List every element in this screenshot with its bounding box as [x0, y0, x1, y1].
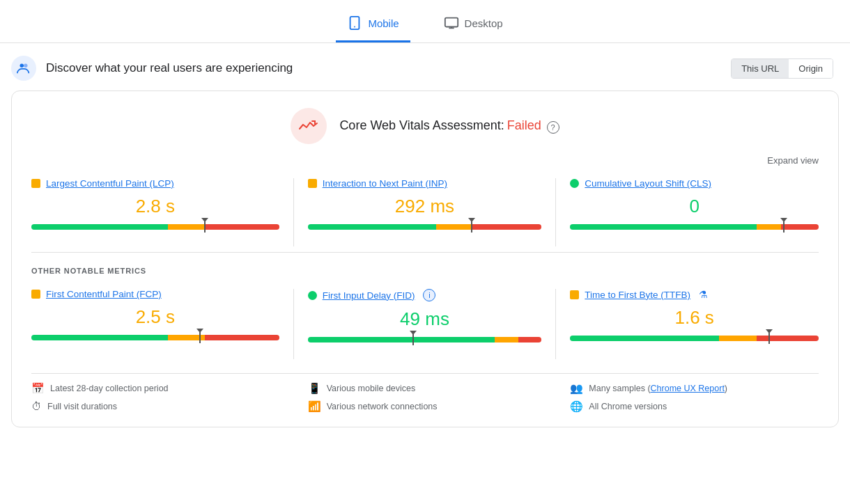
footer-item-samples: 👥 Many samples (Chrome UX Report): [570, 382, 805, 395]
metric-dot-fcp: [31, 290, 40, 299]
metric-col-ttfb: Time to First Byte (TTFB) ⚗ 1.6 s: [556, 289, 819, 359]
footer-item-devices: 📱 Various mobile devices: [308, 382, 543, 395]
tab-mobile-label: Mobile: [368, 17, 399, 29]
progress-bar-fcp: [31, 335, 279, 340]
crux-avatar: [11, 56, 36, 81]
metric-name-cls[interactable]: Cumulative Layout Shift (CLS): [585, 178, 711, 189]
svg-point-6: [24, 64, 28, 68]
footer-devices-text: Various mobile devices: [327, 384, 416, 393]
footer-samples-text: Many samples (Chrome UX Report): [589, 384, 727, 393]
footer-item-network: 📶 Various network connections: [308, 400, 543, 413]
footer-item-chrome: 🌐 All Chrome versions: [570, 400, 805, 413]
metric-name-lcp[interactable]: Largest Contentful Paint (LCP): [46, 178, 174, 189]
main-card: Core Web Vitals Assessment: Failed ? Exp…: [11, 90, 839, 427]
metric-value-inp: 292 ms: [308, 196, 542, 217]
expand-view-link[interactable]: Expand view: [767, 155, 819, 166]
samples-icon: 👥: [570, 382, 583, 395]
cwv-title-row: Core Web Vitals Assessment: Failed ?: [339, 118, 559, 133]
footer-col-3: 👥 Many samples (Chrome UX Report) 🌐 All …: [556, 382, 819, 413]
desktop-icon: [444, 15, 459, 31]
this-url-button[interactable]: This URL: [732, 59, 789, 78]
header-row: Discover what your real users are experi…: [0, 43, 850, 90]
metric-dot-lcp: [31, 179, 40, 188]
tab-mobile[interactable]: Mobile: [336, 8, 410, 42]
progress-bar-ttfb: [570, 336, 819, 341]
cwv-failed-icon: [298, 119, 319, 133]
footer-chrome-text: All Chrome versions: [589, 402, 667, 411]
metric-name-fcp[interactable]: First Contentful Paint (FCP): [46, 289, 162, 299]
metric-name-ttfb[interactable]: Time to First Byte (TTFB): [585, 290, 690, 300]
header-title: Discover what your real users are experi…: [46, 61, 293, 75]
lab-icon-ttfb: ⚗: [699, 289, 708, 300]
footer-network-text: Various network connections: [327, 402, 438, 411]
crux-report-link[interactable]: Chrome UX Report: [651, 384, 725, 393]
footer-col-1: 📅 Latest 28-day collection period ⏱ Full…: [31, 382, 294, 413]
metric-value-cls: 0: [570, 196, 819, 217]
metric-col-cls: Cumulative Layout Shift (CLS) 0: [556, 178, 819, 246]
chrome-icon: 🌐: [570, 400, 583, 413]
origin-button[interactable]: Origin: [789, 59, 833, 78]
footer-28day-text: Latest 28-day collection period: [50, 384, 169, 393]
footer-grid: 📅 Latest 28-day collection period ⏱ Full…: [31, 373, 819, 413]
cwv-icon-wrap: [291, 108, 327, 144]
metric-dot-fid: [308, 291, 317, 300]
other-metrics-grid: First Contentful Paint (FCP) 2.5 s First…: [31, 289, 819, 359]
metric-value-fid: 49 ms: [308, 308, 542, 330]
metric-name-fid[interactable]: First Input Delay (FID): [323, 290, 415, 301]
footer-item-duration: ⏱ Full visit durations: [31, 400, 280, 412]
section-divider: [31, 252, 819, 253]
calendar-icon: 📅: [31, 382, 45, 395]
metric-dot-ttfb: [570, 290, 579, 299]
cwv-header: Core Web Vitals Assessment: Failed ?: [31, 108, 819, 144]
cwv-help-icon[interactable]: ?: [547, 121, 559, 134]
url-toggle: This URL Origin: [731, 58, 833, 79]
core-metrics-grid: Largest Contentful Paint (LCP) 2.8 s Int…: [31, 178, 819, 246]
expand-row: Expand view: [31, 155, 819, 166]
tab-bar: Mobile Desktop: [0, 0, 850, 43]
footer-duration-text: Full visit durations: [47, 402, 117, 411]
devices-icon: 📱: [308, 382, 321, 395]
users-icon: [16, 61, 31, 76]
metric-col-lcp: Largest Contentful Paint (LCP) 2.8 s: [31, 178, 294, 246]
metric-col-fid: First Input Delay (FID) i 49 ms: [294, 289, 557, 359]
other-metrics-label: OTHER NOTABLE METRICS: [31, 267, 819, 275]
metric-col-inp: Interaction to Next Paint (INP) 292 ms: [294, 178, 557, 246]
tab-desktop[interactable]: Desktop: [433, 8, 514, 42]
metric-col-fcp: First Contentful Paint (FCP) 2.5 s: [31, 289, 294, 359]
network-icon: 📶: [308, 400, 321, 413]
metric-dot-inp: [308, 179, 317, 188]
mobile-icon: [347, 15, 362, 31]
metric-name-inp[interactable]: Interaction to Next Paint (INP): [323, 178, 447, 189]
svg-rect-2: [445, 18, 457, 27]
metric-value-ttfb: 1.6 s: [570, 307, 819, 329]
metric-value-fcp: 2.5 s: [31, 306, 279, 328]
cwv-assessment-label: Core Web Vitals Assessment:: [339, 118, 504, 132]
svg-point-1: [354, 26, 355, 28]
metric-dot-cls: [570, 179, 579, 188]
progress-bar-fid: [308, 337, 542, 342]
progress-bar-cls: [570, 224, 819, 230]
timer-icon: ⏱: [31, 400, 42, 412]
footer-item-28day: 📅 Latest 28-day collection period: [31, 382, 280, 395]
info-icon-fid[interactable]: i: [423, 289, 435, 301]
metric-value-lcp: 2.8 s: [31, 196, 279, 217]
tab-desktop-label: Desktop: [465, 17, 503, 29]
progress-bar-lcp: [31, 224, 279, 230]
footer-col-2: 📱 Various mobile devices 📶 Various netwo…: [294, 382, 557, 413]
svg-point-5: [20, 64, 24, 68]
progress-bar-inp: [308, 224, 542, 230]
cwv-status: Failed: [507, 118, 541, 132]
header-left: Discover what your real users are experi…: [11, 56, 293, 81]
